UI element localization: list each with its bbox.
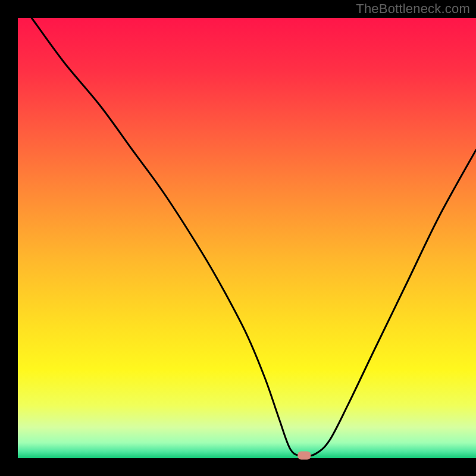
optimal-marker bbox=[298, 452, 311, 460]
gradient-background bbox=[18, 18, 476, 458]
watermark-text: TheBottleneck.com bbox=[356, 1, 470, 17]
chart-frame: TheBottleneck.com bbox=[0, 0, 476, 476]
bottleneck-chart bbox=[0, 0, 476, 476]
